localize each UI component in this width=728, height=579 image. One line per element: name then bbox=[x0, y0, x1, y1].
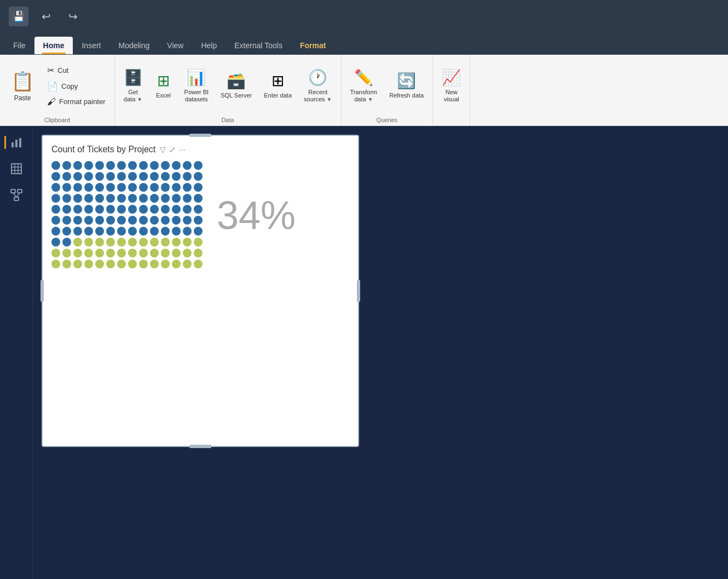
waffle-dot bbox=[84, 205, 93, 214]
waffle-dot bbox=[150, 205, 159, 214]
waffle-dot bbox=[150, 194, 159, 203]
transform-data-icon: ✏️ bbox=[354, 68, 373, 87]
waffle-dot bbox=[139, 238, 148, 246]
filter-icon[interactable]: ▽ bbox=[160, 145, 166, 154]
waffle-dot bbox=[62, 194, 71, 203]
waffle-dot bbox=[194, 161, 203, 170]
waffle-dot bbox=[106, 194, 115, 203]
waffle-dot bbox=[51, 260, 60, 268]
waffle-dot bbox=[73, 161, 82, 170]
main-area: Count of Tickets by Project ▽ ⤢ ··· 34% bbox=[0, 126, 728, 579]
waffle-dot bbox=[51, 238, 60, 246]
waffle-dot bbox=[128, 172, 137, 181]
tab-insert[interactable]: Insert bbox=[73, 37, 109, 54]
waffle-dot bbox=[150, 238, 159, 246]
tab-help[interactable]: Help bbox=[192, 37, 226, 54]
resize-handle-left[interactable] bbox=[41, 280, 44, 302]
waffle-dot bbox=[117, 238, 126, 246]
new-visual-label: Newvisual bbox=[444, 89, 459, 103]
copy-button[interactable]: 📄 Copy bbox=[43, 79, 110, 94]
save-icon[interactable]: 💾 bbox=[9, 7, 28, 26]
tab-home[interactable]: Home bbox=[34, 37, 73, 54]
more-options-icon[interactable]: ··· bbox=[179, 145, 186, 154]
cut-button[interactable]: ✂ Cut bbox=[43, 63, 110, 78]
waffle-dot bbox=[139, 260, 148, 268]
excel-button[interactable]: ⊞ Excel bbox=[151, 61, 177, 111]
waffle-dot bbox=[62, 260, 71, 268]
waffle-dot bbox=[84, 227, 93, 236]
format-painter-button[interactable]: 🖌 Format painter bbox=[43, 95, 110, 109]
waffle-dot bbox=[161, 260, 170, 268]
waffle-dot bbox=[51, 161, 60, 170]
waffle-dot bbox=[172, 172, 181, 181]
waffle-dot bbox=[62, 238, 71, 246]
waffle-dot bbox=[73, 249, 82, 257]
waffle-dot bbox=[62, 161, 71, 170]
waffle-dot bbox=[194, 260, 203, 268]
waffle-dot bbox=[128, 249, 137, 257]
waffle-dot bbox=[62, 249, 71, 257]
waffle-dot bbox=[95, 238, 104, 246]
waffle-dot bbox=[183, 249, 192, 257]
waffle-dot bbox=[106, 249, 115, 257]
visual-card[interactable]: Count of Tickets by Project ▽ ⤢ ··· 34% bbox=[42, 135, 359, 447]
tab-file[interactable]: File bbox=[4, 37, 34, 54]
waffle-dot bbox=[51, 205, 60, 214]
waffle-dot bbox=[117, 260, 126, 268]
refresh-data-button[interactable]: 🔄 Refresh data bbox=[385, 61, 428, 111]
paste-button[interactable]: 📋 Paste bbox=[4, 61, 41, 111]
waffle-dot bbox=[117, 194, 126, 203]
transform-data-button[interactable]: ✏️ Transformdata ▼ bbox=[346, 61, 382, 111]
bar-chart-icon bbox=[10, 136, 23, 149]
waffle-dot bbox=[73, 183, 82, 192]
get-data-button[interactable]: 🗄️ Getdata ▼ bbox=[119, 61, 147, 111]
refresh-data-icon: 🔄 bbox=[397, 72, 416, 90]
sql-server-button[interactable]: 🗃️ SQL Server bbox=[216, 61, 256, 111]
sidebar-item-data[interactable] bbox=[4, 157, 28, 181]
waffle-dot bbox=[106, 216, 115, 225]
tab-format[interactable]: Format bbox=[291, 37, 334, 54]
sidebar-item-model[interactable] bbox=[4, 183, 28, 207]
waffle-dot bbox=[51, 194, 60, 203]
waffle-dot bbox=[84, 183, 93, 192]
waffle-dot bbox=[139, 227, 148, 236]
waffle-dot bbox=[84, 249, 93, 257]
queries-section-label: Queries bbox=[377, 117, 398, 123]
waffle-container: 34% bbox=[51, 161, 349, 270]
waffle-dot bbox=[128, 216, 137, 225]
transform-data-label: Transformdata ▼ bbox=[350, 89, 378, 103]
focus-icon[interactable]: ⤢ bbox=[169, 145, 176, 154]
percentage-text: 34% bbox=[217, 196, 296, 235]
waffle-dot bbox=[161, 216, 170, 225]
excel-icon: ⊞ bbox=[157, 72, 170, 90]
redo-button[interactable]: ↪ bbox=[64, 8, 82, 25]
recent-sources-button[interactable]: 🕐 Recentsources ▼ bbox=[299, 61, 336, 111]
resize-handle-bottom[interactable] bbox=[189, 445, 211, 448]
tab-view[interactable]: View bbox=[158, 37, 192, 54]
waffle-dot bbox=[117, 227, 126, 236]
waffle-dot bbox=[161, 205, 170, 214]
resize-handle-right[interactable] bbox=[357, 280, 360, 302]
waffle-dot bbox=[62, 205, 71, 214]
waffle-dot bbox=[183, 238, 192, 246]
waffle-dot bbox=[161, 183, 170, 192]
enter-data-button[interactable]: ⊞ Enter data bbox=[259, 61, 296, 111]
tab-modeling[interactable]: Modeling bbox=[109, 37, 158, 54]
waffle-dot bbox=[106, 161, 115, 170]
queries-section: ✏️ Transformdata ▼ 🔄 Refresh data Querie… bbox=[342, 55, 434, 125]
power-bi-datasets-button[interactable]: 📊 Power BIdatasets bbox=[180, 61, 213, 111]
waffle-dot bbox=[194, 216, 203, 225]
waffle-dot bbox=[161, 227, 170, 236]
data-section: 🗄️ Getdata ▼ ⊞ Excel 📊 Power BIdatasets … bbox=[115, 55, 342, 125]
waffle-dot bbox=[73, 260, 82, 268]
waffle-dot bbox=[128, 260, 137, 268]
resize-handle-top[interactable] bbox=[189, 134, 211, 137]
sidebar-item-report[interactable] bbox=[4, 130, 28, 154]
new-visual-button[interactable]: 📈 Newvisual bbox=[437, 61, 465, 111]
waffle-dot bbox=[95, 205, 104, 214]
tab-external-tools[interactable]: External Tools bbox=[226, 37, 291, 54]
canvas-area: Count of Tickets by Project ▽ ⤢ ··· 34% bbox=[33, 126, 728, 579]
undo-button[interactable]: ↩ bbox=[37, 8, 55, 25]
waffle-dot bbox=[95, 260, 104, 268]
paste-label: Paste bbox=[14, 94, 31, 102]
